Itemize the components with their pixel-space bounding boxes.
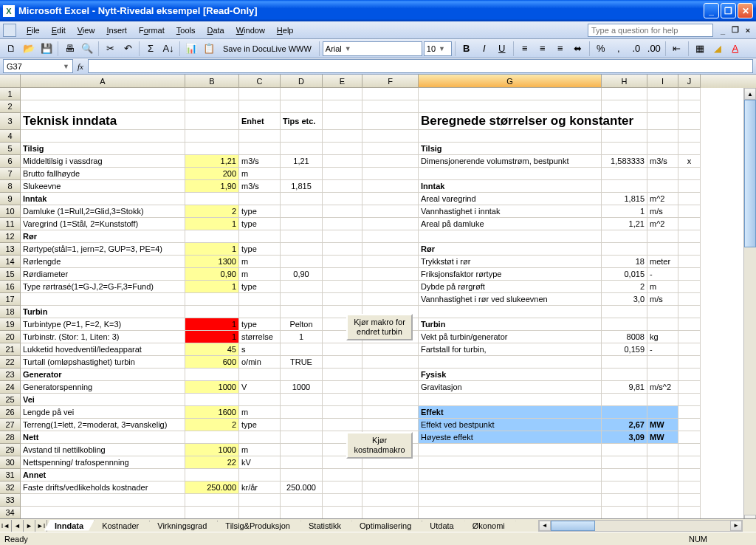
cell[interactable] xyxy=(185,469,239,481)
cell[interactable] xyxy=(323,394,362,406)
sheet-tab[interactable]: Virkningsgrad xyxy=(147,521,218,531)
cell[interactable] xyxy=(678,218,701,230)
cell[interactable] xyxy=(239,394,281,406)
cell[interactable] xyxy=(281,494,323,507)
col-header[interactable]: G xyxy=(419,75,602,88)
cell[interactable] xyxy=(362,268,419,281)
cell[interactable]: V xyxy=(239,381,281,394)
cell[interactable] xyxy=(602,143,647,155)
cell[interactable]: 0,015 xyxy=(602,268,647,281)
cell[interactable] xyxy=(647,168,678,180)
cell[interactable] xyxy=(419,100,602,113)
cell[interactable] xyxy=(239,193,281,205)
cell[interactable]: kg xyxy=(647,331,678,343)
cell[interactable] xyxy=(678,406,701,419)
cell[interactable] xyxy=(678,168,701,180)
cell[interactable]: Teknisk inndata xyxy=(21,113,185,130)
cell[interactable] xyxy=(323,130,362,143)
menu-insert[interactable]: Insert xyxy=(100,24,133,36)
cell[interactable] xyxy=(678,230,701,243)
cell[interactable] xyxy=(281,369,323,381)
cell[interactable] xyxy=(602,456,647,469)
cell[interactable]: Dimensjonerende volumstrøm, bestpunkt xyxy=(419,155,602,168)
cell[interactable] xyxy=(281,88,323,100)
cell[interactable]: Rørtype(stål=1, jern=2, GUP=3, PE=4) xyxy=(21,243,185,256)
cell[interactable] xyxy=(602,168,647,180)
cell[interactable] xyxy=(185,100,239,113)
cell[interactable] xyxy=(362,130,419,143)
cell[interactable] xyxy=(647,369,678,381)
cell[interactable] xyxy=(281,394,323,406)
cell[interactable] xyxy=(323,494,362,507)
cell[interactable] xyxy=(323,218,362,230)
cell[interactable]: Turbin xyxy=(419,318,602,331)
row-header[interactable]: 16 xyxy=(0,281,21,293)
align-center-icon[interactable]: ≡ xyxy=(535,41,551,57)
row-header[interactable]: 6 xyxy=(0,155,21,168)
cell[interactable]: Vekt på turbin/generator xyxy=(419,331,602,343)
col-header[interactable]: A xyxy=(21,75,185,88)
cell[interactable] xyxy=(362,243,419,256)
underline-icon[interactable]: U xyxy=(494,41,510,57)
col-header[interactable]: C xyxy=(239,75,281,88)
cell[interactable]: Enhet xyxy=(239,113,281,130)
cell[interactable] xyxy=(323,356,362,369)
cell[interactable] xyxy=(419,507,602,519)
new-icon[interactable]: 🗋 xyxy=(3,41,19,57)
row-header[interactable]: 25 xyxy=(0,394,21,406)
cell[interactable] xyxy=(323,268,362,281)
cell[interactable]: 9,81 xyxy=(602,381,647,394)
cell[interactable] xyxy=(185,507,239,519)
cell[interactable]: 1 xyxy=(185,218,239,230)
cell[interactable] xyxy=(281,306,323,318)
cell[interactable] xyxy=(678,419,701,431)
cell[interactable] xyxy=(647,230,678,243)
cell[interactable] xyxy=(419,168,602,180)
help-search-input[interactable] xyxy=(588,24,713,37)
cell[interactable]: 1,815 xyxy=(602,193,647,205)
cell[interactable] xyxy=(323,88,362,100)
cell[interactable] xyxy=(678,394,701,406)
cell[interactable]: type xyxy=(239,218,281,230)
paste-icon[interactable]: 📋 xyxy=(201,41,217,57)
tab-prev-icon[interactable]: ◄ xyxy=(12,520,24,532)
cell[interactable] xyxy=(602,369,647,381)
cell[interactable] xyxy=(647,113,678,130)
cell[interactable]: - xyxy=(647,343,678,356)
cell[interactable]: 0,159 xyxy=(602,343,647,356)
cell[interactable] xyxy=(21,494,185,507)
sheet-tab[interactable]: Statistikk xyxy=(298,521,352,531)
cell[interactable] xyxy=(239,507,281,519)
cell[interactable]: Slukeevne xyxy=(21,180,185,193)
cell[interactable] xyxy=(419,494,602,507)
cell[interactable] xyxy=(678,100,701,113)
cell[interactable]: Rørlengde xyxy=(21,256,185,268)
row-header[interactable]: 15 xyxy=(0,268,21,281)
cell[interactable]: Varegrind (1=Stål, 2=Kunststoff) xyxy=(21,218,185,230)
cell[interactable] xyxy=(362,193,419,205)
cell[interactable] xyxy=(362,394,419,406)
menu-view[interactable]: View xyxy=(72,24,101,36)
cell[interactable] xyxy=(647,88,678,100)
minimize-button[interactable]: _ xyxy=(704,3,719,18)
cell[interactable] xyxy=(185,88,239,100)
turbin-macro-button[interactable]: Kjør makro for endret turbin xyxy=(346,314,413,340)
cell[interactable] xyxy=(678,356,701,369)
row-header[interactable]: 28 xyxy=(0,431,21,444)
cell[interactable] xyxy=(419,456,602,469)
menu-edit[interactable]: Edit xyxy=(46,24,72,36)
cell[interactable]: 1000 xyxy=(185,381,239,394)
cell[interactable] xyxy=(362,293,419,306)
cell[interactable] xyxy=(647,481,678,494)
fx-icon[interactable]: fx xyxy=(73,62,88,71)
cell[interactable]: Nettspenning/ trafospennning xyxy=(21,456,185,469)
cell[interactable] xyxy=(323,230,362,243)
cell[interactable] xyxy=(678,318,701,331)
cell[interactable] xyxy=(281,343,323,356)
italic-icon[interactable]: I xyxy=(476,41,492,57)
cell[interactable]: m xyxy=(239,256,281,268)
cell[interactable] xyxy=(281,168,323,180)
row-header[interactable]: 10 xyxy=(0,205,21,218)
cell[interactable]: m^2 xyxy=(647,193,678,205)
cell[interactable]: m xyxy=(239,168,281,180)
